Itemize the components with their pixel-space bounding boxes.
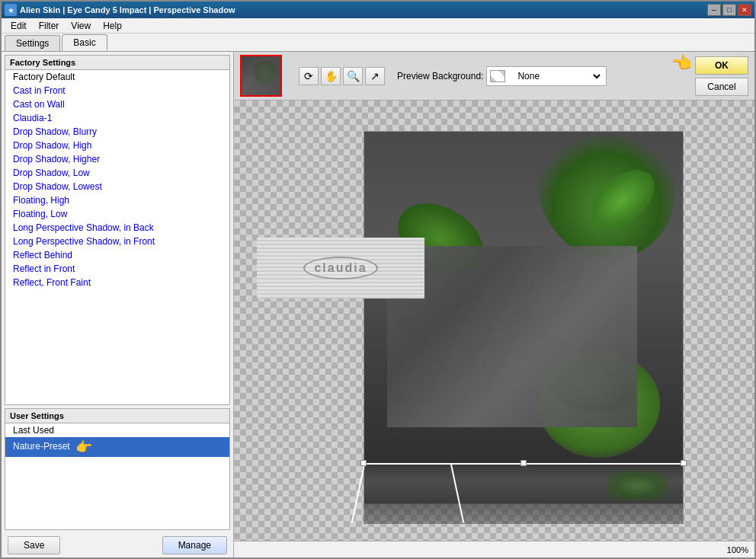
- manage-button[interactable]: Manage: [162, 536, 227, 554]
- zoom-level: 100%: [727, 545, 748, 554]
- tabs-bar: Settings Basic: [2, 34, 754, 52]
- main-content: Factory Settings Factory Default Cast in…: [2, 52, 754, 557]
- hand-cursor-icon: 👉: [75, 439, 92, 455]
- menu-bar: Edit Filter View Help: [2, 18, 754, 34]
- right-panel: ⟳ ✋ 🔍 ↗ Preview Background: None White B…: [234, 52, 754, 557]
- title-bar: ★ Alien Skin | Eye Candy 5 Impact | Pers…: [2, 2, 754, 18]
- preview-image-inner: [364, 131, 684, 504]
- maximize-button[interactable]: □: [722, 4, 736, 16]
- list-item-cast-in-front[interactable]: Cast in Front: [5, 84, 229, 97]
- main-window: ★ Alien Skin | Eye Candy 5 Impact | Pers…: [0, 0, 756, 559]
- figure-body: [387, 246, 637, 427]
- preview-thumbnail[interactable]: [240, 55, 282, 97]
- user-settings-section: User Settings Last Used Nature-Preset 👉: [5, 408, 230, 530]
- handle-top-right[interactable]: [681, 460, 687, 466]
- menu-edit[interactable]: Edit: [5, 19, 33, 33]
- list-item-nature-preset[interactable]: Nature-Preset 👉: [5, 437, 229, 457]
- list-item-floating-high[interactable]: Floating, High: [5, 193, 229, 207]
- main-preview-image: [364, 131, 684, 504]
- preview-bg-swatch: [490, 70, 505, 82]
- preview-bg-select[interactable]: None White Black Custom: [511, 69, 603, 84]
- ok-cancel-group: 👉 OK Cancel: [695, 56, 748, 96]
- list-item-reflect-behind[interactable]: Reflect Behind: [5, 248, 229, 262]
- save-button[interactable]: Save: [8, 536, 60, 554]
- list-item-last-used[interactable]: Last Used: [5, 423, 229, 437]
- menu-help[interactable]: Help: [97, 19, 128, 33]
- app-icon: ★: [5, 4, 17, 16]
- close-button[interactable]: ✕: [738, 4, 751, 16]
- reflection-leaf: [607, 471, 668, 501]
- tab-settings[interactable]: Settings: [5, 35, 60, 51]
- list-item-drop-shadow-blurry[interactable]: Drop Shadow, Blurry: [5, 125, 229, 139]
- list-item-drop-shadow-high[interactable]: Drop Shadow, High: [5, 139, 229, 152]
- bottom-buttons: Save Manage: [2, 533, 233, 557]
- user-settings-header: User Settings: [5, 409, 229, 423]
- list-item-drop-shadow-lowest[interactable]: Drop Shadow, Lowest: [5, 180, 229, 193]
- minimize-button[interactable]: ─: [707, 4, 721, 16]
- handle-top-left[interactable]: [360, 460, 367, 466]
- claudia-preview-thumbnail: claudia: [257, 238, 424, 299]
- pan-tool-button[interactable]: ✋: [321, 67, 341, 85]
- reflection-area: [364, 463, 684, 524]
- list-item-floating-low[interactable]: Floating, Low: [5, 207, 229, 221]
- user-settings-list[interactable]: Last Used Nature-Preset 👉: [5, 423, 229, 529]
- ok-hand-cursor-icon: 👉: [672, 53, 693, 73]
- factory-settings-section: Factory Settings Factory Default Cast in…: [5, 55, 230, 405]
- tab-basic[interactable]: Basic: [62, 34, 107, 51]
- list-item-drop-shadow-higher[interactable]: Drop Shadow, Higher: [5, 152, 229, 166]
- transform-handle-bar: [364, 463, 684, 465]
- preview-bg-label: Preview Background:: [397, 71, 483, 81]
- menu-filter[interactable]: Filter: [33, 19, 66, 33]
- preview-area[interactable]: claudia: [234, 101, 754, 541]
- menu-view[interactable]: View: [65, 19, 97, 33]
- list-item-claudia1[interactable]: Claudia-1: [5, 111, 229, 125]
- claudia-text: claudia: [314, 261, 367, 274]
- top-toolbar: ⟳ ✋ 🔍 ↗ Preview Background: None White B…: [234, 52, 754, 101]
- list-item-factory-default[interactable]: Factory Default: [5, 70, 229, 84]
- cancel-button[interactable]: Cancel: [695, 78, 748, 96]
- list-item-reflect-front-faint[interactable]: Reflect, Front Faint: [5, 276, 229, 289]
- handle-top-center[interactable]: [521, 460, 527, 466]
- title-bar-left: ★ Alien Skin | Eye Candy 5 Impact | Pers…: [5, 4, 235, 16]
- select-tool-button[interactable]: ↗: [365, 67, 385, 85]
- left-panel: Factory Settings Factory Default Cast in…: [2, 52, 234, 557]
- ok-button[interactable]: OK: [695, 56, 748, 75]
- factory-settings-list[interactable]: Factory Default Cast in Front Cast on Wa…: [5, 70, 229, 404]
- window-title: Alien Skin | Eye Candy 5 Impact | Perspe…: [20, 5, 235, 14]
- list-item-cast-on-wall[interactable]: Cast on Wall: [5, 97, 229, 111]
- zoom-tool-button[interactable]: 🔍: [343, 67, 363, 85]
- title-controls: ─ □ ✕: [707, 4, 751, 16]
- list-item-drop-shadow-low[interactable]: Drop Shadow, Low: [5, 166, 229, 180]
- list-item-long-persp-front[interactable]: Long Perspective Shadow, in Front: [5, 235, 229, 248]
- rotate-tool-button[interactable]: ⟳: [299, 67, 319, 85]
- list-item-reflect-front[interactable]: Reflect in Front: [5, 262, 229, 276]
- list-item-long-persp-back[interactable]: Long Perspective Shadow, in Back: [5, 221, 229, 235]
- factory-settings-header: Factory Settings: [5, 56, 229, 70]
- toolbar-buttons: ⟳ ✋ 🔍 ↗: [299, 67, 385, 85]
- status-bar: 100%: [234, 541, 754, 557]
